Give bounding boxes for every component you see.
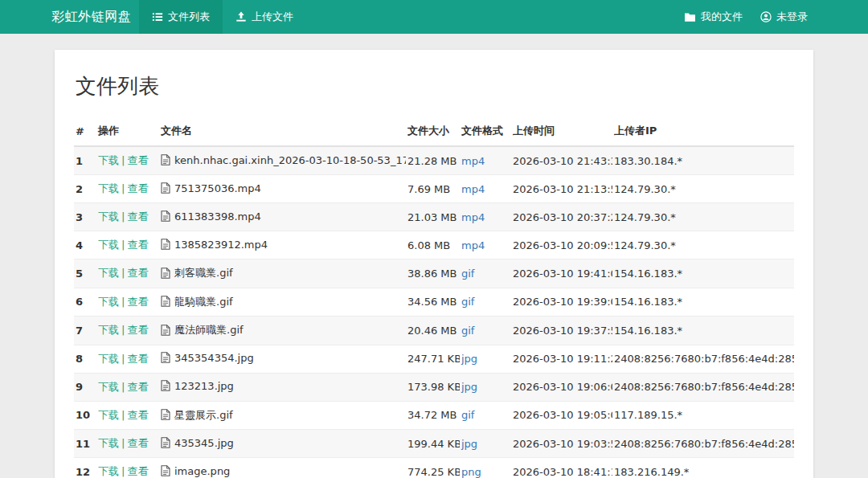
tab-upload-file[interactable]: 上传文件 <box>223 0 306 34</box>
format-link[interactable]: mp4 <box>461 211 485 223</box>
format-link[interactable]: gif <box>461 325 474 337</box>
row-format-cell: gif <box>460 288 511 317</box>
download-link[interactable]: 下载 <box>98 210 119 223</box>
row-size: 6.08 MB <box>406 231 460 259</box>
navbar-right: 我的文件 未登录 <box>675 0 817 34</box>
filename[interactable]: image.png <box>174 465 230 477</box>
view-link[interactable]: 查看 <box>127 239 148 251</box>
table-row: 9 下载|查看 123213.jpg 173.98 KB jpg 2026-03… <box>74 373 794 401</box>
row-format-cell: png <box>460 458 511 478</box>
filename[interactable]: 星靈展示.gif <box>174 408 233 423</box>
file-icon <box>161 239 170 250</box>
format-link[interactable]: mp4 <box>461 183 485 195</box>
page-title: 文件列表 <box>76 72 794 100</box>
file-icon <box>161 352 170 363</box>
filename[interactable]: 435345.jpg <box>174 437 234 449</box>
col-header-filename: 文件名 <box>159 116 406 146</box>
format-link[interactable]: gif <box>461 296 474 308</box>
filename[interactable]: 345354354.jpg <box>174 352 254 364</box>
view-link[interactable]: 查看 <box>127 296 148 308</box>
download-link[interactable]: 下载 <box>98 353 119 365</box>
view-link[interactable]: 查看 <box>127 210 148 223</box>
row-filename-cell: 611383398.mp4 <box>159 203 406 231</box>
download-link[interactable]: 下载 <box>98 296 119 308</box>
row-size: 199.44 KB <box>406 430 460 458</box>
row-time: 2026-03-10 19:05:08 <box>511 401 612 430</box>
row-index: 9 <box>74 373 96 401</box>
format-link[interactable]: gif <box>461 268 474 280</box>
filename[interactable]: 751375036.mp4 <box>174 182 261 194</box>
view-link[interactable]: 查看 <box>127 381 148 393</box>
file-icon <box>161 380 170 391</box>
download-link[interactable]: 下载 <box>98 409 119 421</box>
row-ip: 124.79.30.* <box>612 231 794 259</box>
row-index: 2 <box>74 175 96 203</box>
row-time: 2026-03-10 20:37:25 <box>511 203 612 231</box>
row-time: 2026-03-10 19:37:55 <box>511 317 612 345</box>
download-link[interactable]: 下载 <box>98 465 119 477</box>
row-actions: 下载|查看 <box>96 430 159 458</box>
table-row: 11 下载|查看 435345.jpg 199.44 KB jpg 2026-0… <box>74 430 794 458</box>
filename[interactable]: 1385823912.mp4 <box>174 239 268 251</box>
filename[interactable]: 魔法師職業.gif <box>174 323 244 337</box>
format-link[interactable]: jpg <box>461 381 477 393</box>
file-icon <box>161 182 170 194</box>
row-ip: 117.189.15.* <box>612 401 794 430</box>
action-separator: | <box>119 324 127 336</box>
table-row: 3 下载|查看 611383398.mp4 21.03 MB mp4 2026-… <box>74 203 794 231</box>
filename[interactable]: 刺客職業.gif <box>174 266 233 280</box>
view-link[interactable]: 查看 <box>127 437 148 449</box>
login-status-link[interactable]: 未登录 <box>751 0 817 34</box>
filename[interactable]: 龍騎職業.gif <box>174 295 233 309</box>
col-header-format: 文件格式 <box>460 116 511 146</box>
download-link[interactable]: 下载 <box>98 437 119 449</box>
format-link[interactable]: gif <box>461 409 474 421</box>
row-ip: 154.16.183.* <box>612 259 794 288</box>
row-format-cell: jpg <box>460 373 511 401</box>
row-time: 2026-03-10 19:41:00 <box>511 259 612 288</box>
row-size: 247.71 KB <box>406 345 460 373</box>
action-separator: | <box>119 437 127 449</box>
row-ip: 124.79.30.* <box>612 203 794 231</box>
view-link[interactable]: 查看 <box>127 465 148 477</box>
view-link[interactable]: 查看 <box>127 324 148 336</box>
format-link[interactable]: mp4 <box>461 239 485 251</box>
view-link[interactable]: 查看 <box>127 353 148 365</box>
view-link[interactable]: 查看 <box>127 182 148 194</box>
format-link[interactable]: mp4 <box>461 155 485 167</box>
download-link[interactable]: 下载 <box>98 324 119 336</box>
download-link[interactable]: 下载 <box>98 267 119 279</box>
filename[interactable]: kenh.nhac.gai.xinh_2026-03-10-18-50-53_1… <box>174 154 406 166</box>
file-table-body: 1 下载|查看 kenh.nhac.gai.xinh_2026-03-10-18… <box>74 146 794 478</box>
row-index: 10 <box>74 401 96 430</box>
table-row: 12 下载|查看 image.png 774.25 KB png 2026-03… <box>74 458 794 478</box>
row-actions: 下载|查看 <box>96 288 159 317</box>
format-link[interactable]: png <box>461 466 481 478</box>
row-filename-cell: kenh.nhac.gai.xinh_2026-03-10-18-50-53_1… <box>159 146 406 175</box>
row-time: 2026-03-10 19:39:09 <box>511 288 612 317</box>
row-size: 21.28 MB <box>406 146 460 175</box>
view-link[interactable]: 查看 <box>127 154 148 166</box>
action-separator: | <box>119 267 127 279</box>
format-link[interactable]: jpg <box>461 438 477 450</box>
col-header-index: # <box>74 116 96 146</box>
row-time: 2026-03-10 21:13:59 <box>511 175 612 203</box>
row-filename-cell: 魔法師職業.gif <box>159 317 406 345</box>
filename[interactable]: 611383398.mp4 <box>174 210 261 223</box>
download-link[interactable]: 下载 <box>98 239 119 251</box>
filename[interactable]: 123213.jpg <box>174 380 234 392</box>
my-files-link[interactable]: 我的文件 <box>675 0 751 34</box>
download-link[interactable]: 下载 <box>98 182 119 194</box>
my-files-label: 我的文件 <box>701 10 743 24</box>
view-link[interactable]: 查看 <box>127 409 148 421</box>
tab-file-list[interactable]: 文件列表 <box>139 0 223 34</box>
view-link[interactable]: 查看 <box>127 267 148 279</box>
row-time: 2026-03-10 20:09:56 <box>511 231 612 259</box>
row-index: 12 <box>74 458 96 478</box>
row-actions: 下载|查看 <box>96 146 159 175</box>
row-actions: 下载|查看 <box>96 259 159 288</box>
download-link[interactable]: 下载 <box>98 154 119 166</box>
brand[interactable]: 彩虹外链网盘 <box>51 0 139 34</box>
format-link[interactable]: jpg <box>461 353 477 365</box>
download-link[interactable]: 下载 <box>98 381 119 393</box>
